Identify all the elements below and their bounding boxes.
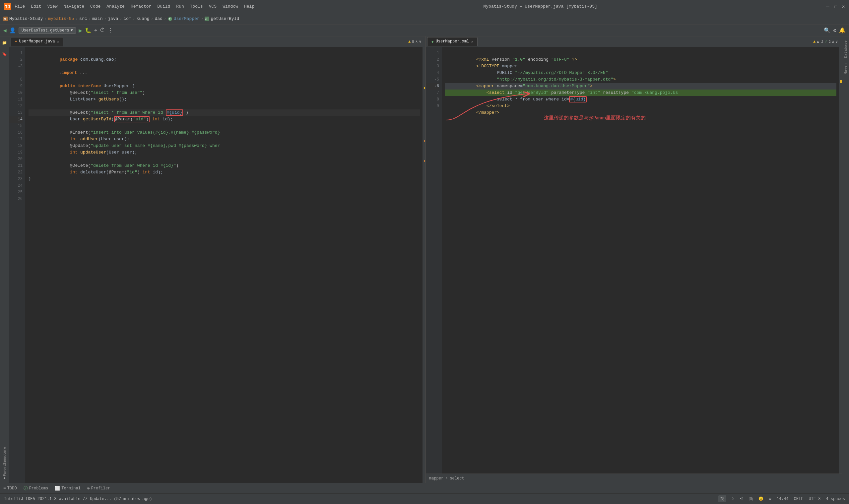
nav-down-xml[interactable]: ∨ bbox=[835, 39, 838, 44]
todo-icon: ≡ bbox=[3, 486, 6, 491]
breadcrumb-project[interactable]: Mybatis-Study bbox=[9, 16, 43, 21]
status-ime[interactable]: 英 bbox=[718, 496, 726, 502]
project-icon: M bbox=[3, 17, 8, 21]
breadcrumb-usermapper[interactable]: UserMapper bbox=[174, 16, 200, 21]
menu-edit[interactable]: Edit bbox=[31, 4, 41, 9]
code-line-21: @Delete("delete from user where id=#{id}… bbox=[29, 156, 420, 162]
coverage-button[interactable]: ☂ bbox=[94, 27, 97, 34]
menu-tools[interactable]: Tools bbox=[190, 4, 203, 9]
warning-icon-r: ▲ bbox=[813, 39, 815, 44]
right-sidebar: Database Maven bbox=[842, 36, 849, 483]
sidebar-item-project[interactable]: 📁 bbox=[1, 39, 8, 47]
code-line-25 bbox=[29, 182, 420, 189]
menu-analyze[interactable]: Analyze bbox=[106, 4, 125, 9]
code-line-1: package com.kuang.dao; bbox=[29, 50, 420, 56]
maximize-button[interactable]: ☐ bbox=[834, 3, 837, 10]
xml-code-area[interactable]: <?xml version="1.0" encoding="UTF-8" ?> … bbox=[442, 47, 839, 473]
sidebar-item-structure[interactable]: Structure bbox=[1, 452, 8, 459]
window-controls[interactable]: — ☐ ✕ bbox=[826, 3, 845, 10]
status-line-ending[interactable]: CRLF bbox=[794, 497, 803, 501]
nav-up-xml[interactable]: ∧ bbox=[832, 39, 834, 44]
profiler-item[interactable]: ⊙ Profiler bbox=[87, 486, 110, 491]
sidebar-database[interactable]: Database bbox=[843, 38, 848, 61]
status-bar: IntelliJ IDEA 2021.1.3 available // Upda… bbox=[0, 493, 849, 504]
breadcrumb-src[interactable]: src bbox=[79, 16, 87, 21]
menu-bar[interactable]: File Edit View Navigate Code Analyze Ref… bbox=[15, 4, 254, 9]
java-code-area[interactable]: package com.kuang.dao; ▸import ... publi… bbox=[25, 47, 422, 483]
method-icon: m bbox=[205, 17, 209, 21]
minimap-mark-3 bbox=[424, 160, 425, 162]
todo-label: TODO bbox=[7, 486, 17, 491]
menu-navigate[interactable]: Navigate bbox=[64, 4, 84, 9]
breadcrumb-kuang[interactable]: kuang bbox=[137, 16, 149, 21]
xml-fold-mapper[interactable]: ▾ bbox=[435, 78, 437, 82]
menu-window[interactable]: Window bbox=[222, 4, 238, 9]
breadcrumb-main[interactable]: main bbox=[92, 16, 103, 21]
breadcrumb: M Mybatis-Study › mybatis-05 › src › mai… bbox=[0, 13, 849, 24]
breadcrumb-module[interactable]: mybatis-05 bbox=[48, 16, 74, 21]
xml-file-icon: ◆ bbox=[432, 39, 434, 44]
minimize-button[interactable]: — bbox=[826, 3, 829, 10]
menu-code[interactable]: Code bbox=[90, 4, 101, 9]
terminal-item[interactable]: ⬜ Terminal bbox=[55, 486, 80, 491]
sidebar-item-bookmark[interactable]: 🔖 bbox=[1, 50, 8, 58]
left-tab-bar: ● UserMapper.java ✕ ▲ 5 ∧ ∨ bbox=[9, 36, 425, 47]
menu-help[interactable]: Help bbox=[244, 4, 254, 9]
breadcrumb-com[interactable]: com bbox=[123, 16, 131, 21]
profile-button[interactable]: ⏱ bbox=[100, 27, 105, 34]
tab-usermapper-java[interactable]: ● UserMapper.java ✕ bbox=[11, 37, 64, 47]
code-line-9: public interface UserMapper { bbox=[29, 76, 420, 83]
svg-text:m: m bbox=[205, 18, 207, 21]
tab-close-java[interactable]: ✕ bbox=[57, 39, 59, 44]
search-button[interactable]: 🔍 bbox=[824, 27, 830, 34]
menu-run[interactable]: Run bbox=[176, 4, 184, 9]
status-emoji-icon[interactable]: 🙂 bbox=[758, 497, 763, 501]
problems-item[interactable]: ⓘ Problems bbox=[23, 485, 49, 491]
status-dot-icon[interactable]: •⃝ bbox=[739, 497, 744, 501]
debug-button[interactable]: 🐛 bbox=[85, 27, 92, 34]
uid-xml-box: #{uid} bbox=[569, 96, 587, 103]
xml-fold-select[interactable]: ▾ bbox=[435, 85, 437, 88]
run-config-selector[interactable]: UserDaoTest.getUsers ▼ bbox=[19, 27, 76, 34]
left-editor-content[interactable]: 1 2 ▸3 8 9 10 11 12 13 14 15 16 17 18 19 bbox=[9, 47, 425, 483]
run-config-dropdown-icon[interactable]: ▼ bbox=[71, 28, 73, 33]
todo-item[interactable]: ≡ TODO bbox=[3, 486, 17, 491]
close-button[interactable]: ✕ bbox=[842, 3, 845, 10]
run-button[interactable]: ▶ bbox=[78, 27, 82, 34]
sidebar-maven[interactable]: Maven bbox=[843, 61, 848, 77]
tab-close-xml[interactable]: ✕ bbox=[471, 39, 473, 44]
breadcrumb-getuserbyid[interactable]: getUserById bbox=[211, 16, 239, 21]
status-encoding[interactable]: UTF-8 bbox=[809, 497, 820, 501]
menu-file[interactable]: File bbox=[15, 4, 25, 9]
problems-label: Problems bbox=[29, 486, 49, 491]
status-simplified-icon[interactable]: 简 bbox=[749, 496, 753, 502]
toolbar-back-button[interactable]: ◀ bbox=[3, 27, 7, 34]
status-indent[interactable]: 4 spaces bbox=[826, 497, 845, 501]
tab-usermapper-xml[interactable]: ◆ UserMapper.xml ✕ bbox=[427, 37, 477, 47]
more-button[interactable]: ⋮ bbox=[108, 27, 113, 34]
breadcrumb-dao[interactable]: dao bbox=[155, 16, 162, 21]
nav-up-icon[interactable]: ∧ bbox=[416, 39, 418, 44]
fold-icon-3[interactable]: ▸ bbox=[18, 65, 20, 68]
nav-down-icon[interactable]: ∨ bbox=[419, 39, 421, 44]
svg-text:M: M bbox=[4, 18, 6, 21]
right-editor-content[interactable]: 1 2 3 4 ▾5 ▾6 7 8 9 <?xml version="1.0" … bbox=[426, 47, 842, 473]
left-warning-bar: ▲ 5 ∧ ∨ bbox=[405, 39, 424, 44]
menu-refactor[interactable]: Refactor bbox=[131, 4, 151, 9]
notification-icon[interactable]: 🔔 bbox=[839, 27, 846, 34]
annotation-text: 这里传递的参数是与@Param里面限定的有关的 bbox=[541, 113, 648, 122]
status-settings-icon[interactable]: ⚙ bbox=[769, 497, 771, 501]
toolbar-right-icons: 🔍 ⚙ 🔔 bbox=[824, 27, 846, 34]
status-left-text: IntelliJ IDEA 2021.1.3 available // Upda… bbox=[4, 497, 152, 501]
status-moon-icon[interactable]: ☽ bbox=[731, 497, 734, 501]
breadcrumb-java[interactable]: java bbox=[108, 16, 118, 21]
menu-view[interactable]: View bbox=[47, 4, 57, 9]
status-time: 14:44 bbox=[777, 497, 789, 501]
toolbar-profile-icon[interactable]: 👤 bbox=[9, 27, 16, 34]
sidebar-item-favorites[interactable]: Favorites bbox=[1, 463, 8, 470]
code-line-13: @Select("select * from user where id=#{u… bbox=[29, 103, 420, 109]
settings-icon[interactable]: ⚙ bbox=[833, 27, 836, 34]
menu-build[interactable]: Build bbox=[157, 4, 170, 9]
menu-vcs[interactable]: VCS bbox=[209, 4, 217, 9]
right-warning-bar: ▲ ▲ 2 ✓ 2 ∧ ∨ bbox=[811, 39, 841, 44]
